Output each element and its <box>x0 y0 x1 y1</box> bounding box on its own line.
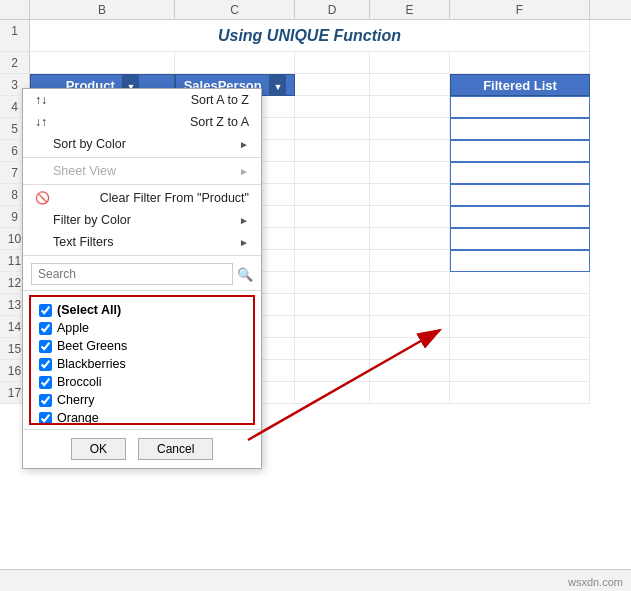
cell-f8 <box>450 184 590 206</box>
cell-e9 <box>370 206 450 228</box>
cell-d8 <box>295 184 370 206</box>
cell-f10 <box>450 228 590 250</box>
filter-panel: ↑↓ Sort A to Z ↓↑ Sort Z to A Sort by Co… <box>22 88 262 469</box>
filter-checkbox-orange[interactable]: Orange <box>39 409 245 425</box>
cell-e2 <box>370 52 450 74</box>
sheet-view-item[interactable]: Sheet View ► <box>23 160 261 182</box>
title-cell: Using UNIQUE Function <box>30 20 590 52</box>
cell-e6 <box>370 140 450 162</box>
corner-cell <box>0 0 30 19</box>
search-icon: 🔍 <box>237 267 253 282</box>
cell-d5 <box>295 118 370 140</box>
clear-filter-label: Clear Filter From "Product" <box>100 191 249 205</box>
cell-e8 <box>370 184 450 206</box>
sort-az-label: Sort A to Z <box>191 93 249 107</box>
rownum-1: 1 <box>0 20 30 52</box>
sort-by-color-item[interactable]: Sort by Color ► <box>23 133 261 155</box>
cell-f12 <box>450 272 590 294</box>
cell-d12 <box>295 272 370 294</box>
filtered-list-label: Filtered List <box>483 78 557 93</box>
checkbox-beet-greens[interactable] <box>39 340 52 353</box>
filter-checkbox-broccoli[interactable]: Broccoli <box>39 373 245 391</box>
checkbox-apple[interactable] <box>39 322 52 335</box>
apple-label: Apple <box>57 321 89 335</box>
ok-button[interactable]: OK <box>71 438 126 460</box>
col-header-d: D <box>295 0 370 19</box>
cell-f6 <box>450 140 590 162</box>
cell-e4 <box>370 96 450 118</box>
orange-label: Orange <box>57 411 99 425</box>
salesperson-dropdown-arrow[interactable]: ▼ <box>269 75 286 96</box>
cell-f5 <box>450 118 590 140</box>
filter-checkbox-cherry[interactable]: Cherry <box>39 391 245 409</box>
rownum-2: 2 <box>0 52 30 74</box>
filter-by-color-item[interactable]: Filter by Color ► <box>23 209 261 231</box>
filter-checkbox-select-all[interactable]: (Select All) <box>39 301 245 319</box>
row-2: 2 <box>0 52 631 74</box>
filter-buttons: OK Cancel <box>23 429 261 468</box>
select-all-label: (Select All) <box>57 303 121 317</box>
sort-by-color-label: Sort by Color <box>53 137 239 151</box>
cell-f2 <box>450 52 590 74</box>
search-input[interactable] <box>31 263 233 285</box>
cell-d4 <box>295 96 370 118</box>
cancel-button[interactable]: Cancel <box>138 438 213 460</box>
broccoli-label: Broccoli <box>57 375 101 389</box>
checkbox-select-all[interactable] <box>39 304 52 317</box>
cell-b2 <box>30 52 175 74</box>
sort-z-a-item[interactable]: ↓↑ Sort Z to A <box>23 111 261 133</box>
beet-greens-label: Beet Greens <box>57 339 127 353</box>
spreadsheet: B C D E F 1 Using UNIQUE Function 2 3 Pr… <box>0 0 631 591</box>
bottom-bar: wsxdn.com <box>0 569 631 591</box>
cell-f9 <box>450 206 590 228</box>
col-header-e: E <box>370 0 450 19</box>
checkbox-blackberries[interactable] <box>39 358 52 371</box>
sort-az-icon: ↑↓ <box>35 93 47 107</box>
filter-by-color-label: Filter by Color <box>53 213 239 227</box>
cell-d3 <box>295 74 370 96</box>
cell-e10 <box>370 228 450 250</box>
cell-e3 <box>370 74 450 96</box>
cell-e11 <box>370 250 450 272</box>
sheet-view-arrow: ► <box>239 166 249 177</box>
cell-c2 <box>175 52 295 74</box>
cell-d6 <box>295 140 370 162</box>
cell-f11 <box>450 250 590 272</box>
filter-checkbox-list: (Select All) Apple Beet Greens Blackberr… <box>29 295 255 425</box>
cell-d9 <box>295 206 370 228</box>
clear-filter-icon: 🚫 <box>35 191 50 205</box>
divider-3 <box>23 255 261 256</box>
clear-filter-item[interactable]: 🚫 Clear Filter From "Product" <box>23 187 261 209</box>
text-filters-arrow: ► <box>239 237 249 248</box>
filter-checkbox-apple[interactable]: Apple <box>39 319 245 337</box>
checkbox-cherry[interactable] <box>39 394 52 407</box>
sheet-view-label: Sheet View <box>53 164 239 178</box>
col-header-row: B C D E F <box>0 0 631 20</box>
cell-d11 <box>295 250 370 272</box>
checkbox-broccoli[interactable] <box>39 376 52 389</box>
cell-e5 <box>370 118 450 140</box>
cell-d10 <box>295 228 370 250</box>
checkbox-orange[interactable] <box>39 412 52 425</box>
search-row: 🔍 <box>23 258 261 291</box>
filter-checkbox-blackberries[interactable]: Blackberries <box>39 355 245 373</box>
divider-2 <box>23 184 261 185</box>
sort-a-z-item[interactable]: ↑↓ Sort A to Z <box>23 89 261 111</box>
cell-e12 <box>370 272 450 294</box>
filtered-list-header: Filtered List <box>450 74 590 96</box>
col-header-b: B <box>30 0 175 19</box>
sort-za-label: Sort Z to A <box>190 115 249 129</box>
text-filters-item[interactable]: Text Filters ► <box>23 231 261 253</box>
filter-checkbox-beet-greens[interactable]: Beet Greens <box>39 337 245 355</box>
cell-e7 <box>370 162 450 184</box>
cell-f7 <box>450 162 590 184</box>
cell-d2 <box>295 52 370 74</box>
blackberries-label: Blackberries <box>57 357 126 371</box>
filter-by-color-arrow: ► <box>239 215 249 226</box>
text-filters-label: Text Filters <box>53 235 239 249</box>
divider-1 <box>23 157 261 158</box>
col-header-f: F <box>450 0 590 19</box>
cell-f4 <box>450 96 590 118</box>
watermark: wsxdn.com <box>568 576 623 588</box>
sort-za-icon: ↓↑ <box>35 115 47 129</box>
